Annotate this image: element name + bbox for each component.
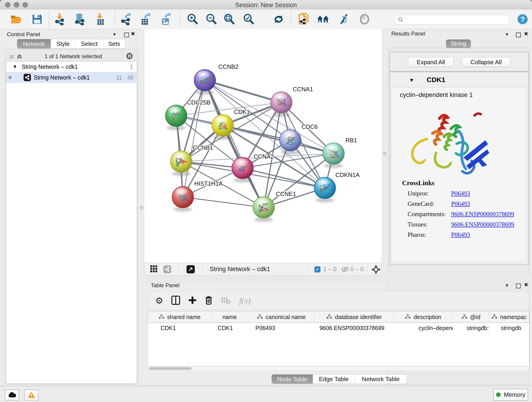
table-cell[interactable]: P06493 [248,325,315,332]
column-header[interactable]: description [394,312,453,322]
column-header[interactable]: database identifier [315,312,394,322]
tab-sets[interactable]: Sets [103,39,125,48]
control-panel-float-icon[interactable] [124,32,129,37]
update-network-icon[interactable] [272,12,285,26]
network-edge[interactable] [183,197,264,207]
help-icon[interactable]: ? [516,12,529,26]
column-header[interactable]: canonical name [248,312,315,322]
column-header[interactable]: @id [453,312,489,322]
title-bar: Session: New Session [0,0,532,9]
network-edge[interactable] [205,80,281,102]
search-field[interactable] [395,15,509,25]
zoom-out-icon[interactable] [205,12,218,26]
export-table-icon[interactable] [139,12,152,26]
delete-column-icon[interactable] [205,296,213,306]
hidden-eye-slash-icon[interactable] [341,266,349,274]
table-cell[interactable]: 9606.ENSP00000378699 [315,325,393,332]
network-options-gear-icon[interactable]: ⚙ [126,52,133,61]
tab-network-table[interactable]: Network Table [355,375,407,384]
import-network-file-icon[interactable] [53,12,66,26]
table-scrollbar-thumb[interactable] [149,367,191,370]
string-home-icon[interactable] [317,12,330,26]
open-session-icon[interactable] [10,12,23,26]
crosslink-link[interactable]: 9606.ENSP00000378699 [451,221,514,228]
memory-button[interactable]: Memory [493,389,528,401]
network-row-selected[interactable]: String Network – cdk1 11 48 [6,72,136,83]
control-panel-menu-icon[interactable]: ▾ [113,32,116,37]
export-network-icon[interactable] [120,12,133,26]
expand-all-networks-icon[interactable] [17,54,22,61]
tab-node-table[interactable]: Node Table [272,375,313,384]
save-session-icon[interactable] [31,12,44,26]
node-label: CDK1 [234,108,250,115]
create-column-icon[interactable] [188,296,196,305]
expand-all-button[interactable]: Expand All [408,57,454,67]
results-panel-float-icon[interactable] [516,32,521,37]
table-panel-close-icon[interactable]: ✖ [524,283,528,287]
crosslink-link[interactable]: P06493 [451,231,470,238]
collapse-all-networks-icon[interactable] [9,54,15,61]
table-options-gear-icon[interactable]: ⚙ [155,296,163,305]
import-network-database-icon[interactable] [73,12,86,26]
tab-edge-table[interactable]: Edge Table [313,375,355,384]
import-table-file-icon[interactable] [94,12,107,26]
search-input[interactable] [404,16,503,23]
control-panel-close-icon[interactable]: ✖ [131,32,135,36]
results-panel-close-icon[interactable]: ✖ [524,32,528,36]
tab-network[interactable]: Network [17,39,51,48]
node-label: CCNE1 [276,191,296,197]
column-header[interactable]: namespac [489,312,529,322]
tab-style[interactable]: Style [51,39,75,48]
column-header[interactable]: name [211,312,248,322]
collection-label: String Network – cdk1 [22,64,78,70]
network-from-selection-icon[interactable] [297,12,310,26]
right-splitter-handle[interactable] [383,152,386,155]
tab-string[interactable]: String [446,39,471,48]
results-panel-menu-icon[interactable]: ▾ [506,32,508,37]
crosslink-link[interactable]: P06493 [451,200,470,207]
table-cell[interactable]: stringdb:9... [453,325,489,332]
selected-node-edge-counts: 1 – 0 [323,266,336,273]
cloud-status-button[interactable] [5,389,19,400]
table-panel-menu-icon[interactable]: ▾ [506,283,508,288]
warning-icon [27,391,35,399]
network-label: String Network – cdk1 [34,74,90,81]
string-view-icon[interactable] [163,265,171,273]
gene-collapse-icon[interactable]: ▼ [409,77,414,83]
show-columns-icon[interactable] [171,296,180,306]
collection-expand-icon[interactable]: ▼ [13,64,17,70]
node-table-header: shared namenamecanonical namedatabase id… [148,312,529,323]
left-splitter-handle[interactable] [140,206,143,209]
hide-graphics-details-icon[interactable] [337,12,350,26]
zoom-selected-icon[interactable] [242,12,255,26]
network-collection-row[interactable]: ▼ String Network – cdk1 1 [6,61,136,72]
memory-label: Memory [504,391,525,398]
table-horizontal-scrollbar[interactable] [148,367,529,370]
tab-select[interactable]: Select [75,39,103,48]
selected-checkbox-icon[interactable]: ✓ [314,266,321,273]
table-row[interactable]: CDK1CDK1P064939606.ENSP00000378699cyclin… [148,323,529,333]
collapse-all-button[interactable]: Collapse All [462,57,511,67]
warning-status-button[interactable] [24,389,38,400]
crosslink-row: Tissues:9606.ENSP00000378699 [408,219,522,230]
table-cell[interactable]: cyclin–dependent ... [393,325,453,332]
zoom-in-icon[interactable] [186,12,199,26]
open-in-window-icon[interactable] [186,265,195,274]
network-canvas[interactable]: CCNB2CCNA1CDC25BCDK1CDC6RB1CCNB1CCNA2CDK… [144,29,382,263]
birdseye-grid-icon[interactable] [150,265,157,274]
column-header-label: namespac [500,314,526,320]
crosslink-link[interactable]: P06493 [451,190,470,197]
show-graphics-details-icon[interactable] [358,12,371,26]
network-edge[interactable] [183,80,205,197]
table-cell[interactable]: stringdb [489,325,529,332]
fit-selected-crosshair-icon[interactable] [371,265,380,275]
table-panel-float-icon[interactable] [516,283,521,288]
crosslink-link[interactable]: 9606.ENSP00000378699 [451,211,514,218]
zoom-fit-icon[interactable] [223,12,235,26]
table-cell[interactable]: CDK1 [148,325,211,332]
node-label: CDC6 [302,123,318,130]
export-image-icon[interactable] [160,12,172,26]
table-cell[interactable]: CDK1 [211,325,248,332]
column-header-label: name [222,314,237,320]
column-header[interactable]: shared name [148,312,211,322]
